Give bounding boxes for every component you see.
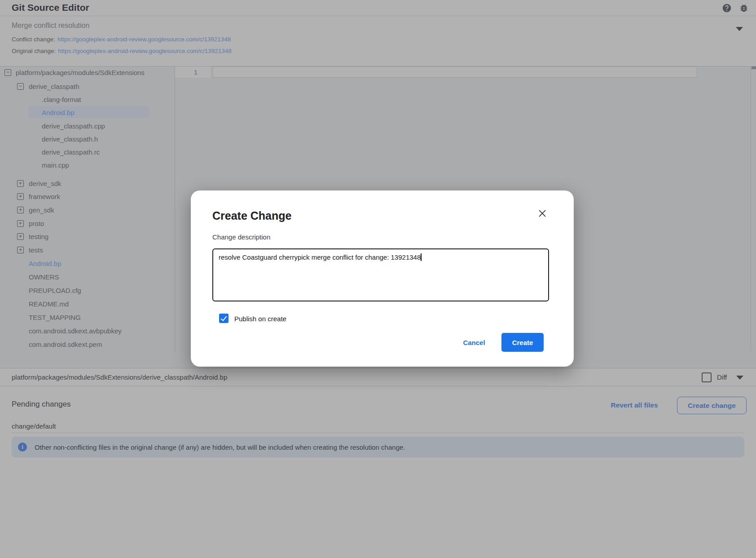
change-description-value: resolve Coastguard cherrypick merge conf… bbox=[219, 253, 421, 261]
dialog-title: Create Change bbox=[212, 209, 291, 222]
create-change-dialog: Create Change Change description resolve… bbox=[191, 190, 574, 367]
cancel-button[interactable]: Cancel bbox=[458, 337, 490, 348]
app-window: Git Source Editor Merge conflict resolut… bbox=[0, 0, 756, 558]
close-icon[interactable] bbox=[536, 208, 548, 219]
change-description-label: Change description bbox=[212, 233, 270, 241]
text-caret bbox=[421, 253, 422, 261]
publish-on-create-label: Publish on create bbox=[234, 315, 286, 323]
create-button[interactable]: Create bbox=[501, 333, 544, 352]
publish-on-create-checkbox[interactable] bbox=[219, 314, 229, 323]
change-description-input[interactable]: resolve Coastguard cherrypick merge conf… bbox=[212, 248, 549, 301]
